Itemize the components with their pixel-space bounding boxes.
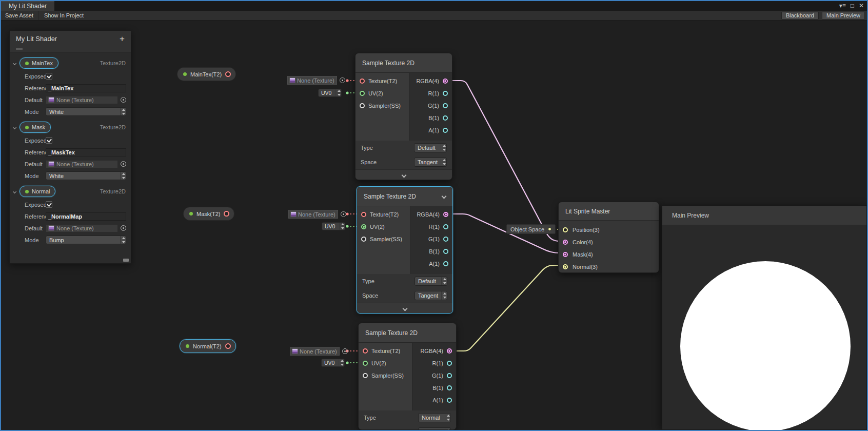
port-texture-input[interactable] bbox=[360, 79, 365, 84]
port-mask-input[interactable] bbox=[563, 252, 568, 257]
port-normal-input[interactable] bbox=[563, 264, 568, 269]
object-picker-icon[interactable] bbox=[341, 211, 346, 217]
object-picker-icon[interactable] bbox=[121, 161, 126, 167]
port-b-output[interactable] bbox=[447, 385, 452, 390]
port-texture-input[interactable] bbox=[363, 348, 368, 354]
port-g-output[interactable] bbox=[443, 237, 448, 242]
texture-object-field[interactable]: None (Texture) bbox=[290, 347, 340, 356]
texture-default-field[interactable]: None (Texture) bbox=[290, 347, 348, 356]
save-asset-button[interactable]: Save Asset bbox=[0, 11, 39, 20]
port-b-output[interactable] bbox=[443, 249, 448, 254]
sample-texture-2d-node-1[interactable]: Sample Texture 2D Texture(T2) UV(2) Samp… bbox=[355, 53, 452, 180]
property-node-normal[interactable]: Normal(T2) bbox=[180, 339, 236, 353]
object-picker-icon[interactable] bbox=[340, 77, 345, 83]
port-r-output[interactable] bbox=[447, 361, 452, 366]
object-picker-icon[interactable] bbox=[121, 225, 126, 231]
sample-texture-2d-node-2[interactable]: Sample Texture 2D Texture(T2) UV(2) Samp… bbox=[357, 186, 453, 314]
uv-channel-dropdown[interactable]: UV0 bbox=[322, 222, 345, 230]
default-texture-field[interactable]: None (Texture) bbox=[46, 224, 118, 232]
port-color-input[interactable] bbox=[563, 240, 568, 245]
space-dropdown[interactable]: Tangent bbox=[418, 427, 451, 430]
mode-dropdown[interactable]: White bbox=[46, 171, 126, 180]
type-dropdown[interactable]: Default bbox=[414, 143, 447, 152]
object-picker-icon[interactable] bbox=[342, 348, 348, 354]
object-picker-icon[interactable] bbox=[121, 97, 126, 103]
blackboard-panel[interactable]: My Lit Shader + MainTex Texture2D Expose… bbox=[9, 30, 131, 264]
port-sampler-input[interactable] bbox=[360, 103, 365, 108]
texture-object-field[interactable]: None (Texture) bbox=[288, 210, 338, 219]
reference-field[interactable]: _NormalMap bbox=[46, 212, 126, 221]
lit-sprite-master-node[interactable]: Lit Sprite Master Position(3) Color(4) M… bbox=[558, 202, 659, 273]
main-preview-panel[interactable]: Main Preview bbox=[662, 205, 867, 430]
position-default-chip[interactable]: Object Space bbox=[506, 224, 556, 234]
add-property-button[interactable]: + bbox=[120, 34, 125, 43]
port-r-output[interactable] bbox=[443, 224, 448, 229]
port-a-output[interactable] bbox=[447, 398, 452, 403]
port-rgba-output[interactable] bbox=[443, 79, 448, 84]
node-header[interactable]: Lit Sprite Master bbox=[559, 202, 659, 221]
chevron-down-icon[interactable] bbox=[13, 189, 16, 193]
blackboard-header[interactable]: My Lit Shader + bbox=[10, 31, 131, 46]
tab-menu-icon[interactable]: ▾≡ bbox=[839, 3, 846, 9]
port-sampler-input[interactable] bbox=[361, 237, 366, 242]
space-dropdown[interactable]: Tangent bbox=[414, 158, 447, 167]
port-rgba-output[interactable] bbox=[447, 348, 452, 354]
mode-dropdown[interactable]: White bbox=[46, 107, 126, 116]
blackboard-toggle-button[interactable]: Blackboard bbox=[781, 12, 819, 19]
port-uv-input[interactable] bbox=[360, 91, 365, 96]
uv-channel-dropdown[interactable]: UV0 bbox=[318, 89, 342, 97]
type-dropdown[interactable]: Normal bbox=[418, 413, 451, 422]
node-header[interactable]: Sample Texture 2D bbox=[359, 323, 456, 343]
resize-grip[interactable] bbox=[123, 259, 129, 262]
exposed-checkbox[interactable] bbox=[46, 137, 52, 144]
port-sampler-input[interactable] bbox=[363, 373, 368, 378]
chevron-down-icon[interactable] bbox=[13, 125, 16, 129]
exposed-checkbox[interactable] bbox=[46, 73, 52, 80]
tab-my-lit-shader[interactable]: My Lit Shader bbox=[1, 1, 54, 11]
node-header[interactable]: Sample Texture 2D bbox=[357, 187, 452, 206]
property-node-maintex[interactable]: MainTex(T2) bbox=[177, 67, 236, 81]
exposed-checkbox[interactable] bbox=[46, 201, 52, 208]
maximize-icon[interactable]: □ bbox=[851, 3, 854, 9]
sample-texture-2d-node-3[interactable]: Sample Texture 2D Texture(T2) UV(2) Samp… bbox=[358, 323, 457, 430]
preview-expander[interactable] bbox=[357, 303, 452, 314]
port-uv-input[interactable] bbox=[363, 361, 368, 366]
show-in-project-button[interactable]: Show In Project bbox=[39, 11, 89, 20]
port-position-input[interactable] bbox=[563, 227, 568, 232]
port-r-output[interactable] bbox=[443, 91, 448, 96]
port-g-output[interactable] bbox=[447, 373, 452, 378]
port-uv-input[interactable] bbox=[361, 224, 366, 229]
blackboard-pill-mask[interactable]: Mask bbox=[19, 122, 51, 133]
port-a-output[interactable] bbox=[443, 128, 448, 133]
port-a-output[interactable] bbox=[443, 261, 448, 266]
texture-default-field[interactable]: None (Texture) bbox=[288, 210, 346, 219]
texture-default-field[interactable]: None (Texture) bbox=[287, 76, 345, 85]
main-preview-header[interactable]: Main Preview bbox=[662, 206, 866, 225]
mode-dropdown[interactable]: Bump bbox=[46, 236, 126, 244]
edge-rgba-to-normal[interactable] bbox=[451, 265, 564, 351]
reference-field[interactable]: _MaskTex bbox=[46, 148, 126, 156]
chevron-down-icon[interactable] bbox=[442, 194, 447, 199]
blackboard-pill-maintex[interactable]: MainTex bbox=[19, 57, 58, 69]
default-texture-field[interactable]: None (Texture) bbox=[46, 96, 118, 104]
close-icon[interactable]: ✕ bbox=[859, 3, 864, 9]
chevron-down-icon[interactable] bbox=[13, 61, 16, 65]
port-texture-input[interactable] bbox=[361, 212, 366, 217]
port-texture-output[interactable] bbox=[225, 71, 231, 77]
type-dropdown[interactable]: Default bbox=[415, 277, 447, 286]
preview-expander[interactable] bbox=[356, 169, 452, 180]
port-texture-output[interactable] bbox=[225, 343, 231, 349]
texture-object-field[interactable]: None (Texture) bbox=[287, 76, 337, 85]
blackboard-pill-normal[interactable]: Normal bbox=[19, 186, 55, 197]
main-preview-toggle-button[interactable]: Main Preview bbox=[822, 12, 865, 19]
port-texture-output[interactable] bbox=[224, 211, 229, 217]
node-header[interactable]: Sample Texture 2D bbox=[356, 53, 452, 73]
port-b-output[interactable] bbox=[443, 115, 448, 121]
space-dropdown[interactable]: Tangent bbox=[415, 291, 447, 300]
edge-rgba-to-color[interactable] bbox=[449, 81, 564, 241]
property-node-mask[interactable]: Mask(T2) bbox=[183, 207, 234, 221]
reference-field[interactable]: _MainTex bbox=[46, 84, 126, 92]
port-g-output[interactable] bbox=[443, 103, 448, 108]
uv-channel-dropdown[interactable]: UV0 bbox=[321, 359, 345, 367]
default-texture-field[interactable]: None (Texture) bbox=[46, 160, 118, 168]
